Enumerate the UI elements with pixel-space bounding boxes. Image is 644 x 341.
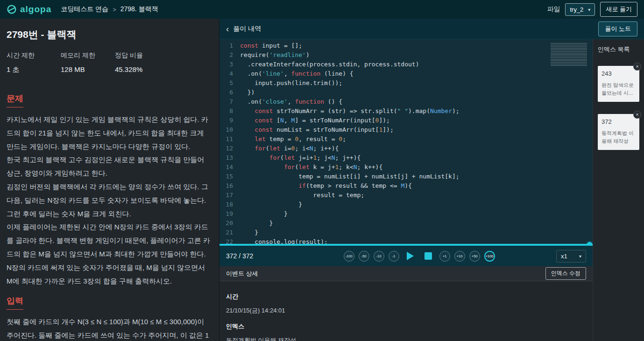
code-line: 21 }: [219, 228, 593, 237]
code-line: 7 .on('close', function () {: [219, 97, 593, 107]
line-number: 5: [219, 78, 240, 88]
line-number: 9: [219, 116, 240, 125]
code-text: let temp = 0, result = 0;: [240, 135, 346, 144]
problem-paragraph: 첫째 줄에 카드의 개수 N(3 ≤ N ≤ 100)과 M(10 ≤ M ≤ …: [7, 315, 212, 341]
scrubber-handle[interactable]: [587, 242, 592, 246]
problem-sections: 문제카지노에서 제일 인기 있는 게임 블랙잭의 규칙은 상당히 쉽다. 카드의…: [7, 85, 212, 341]
line-number: 2: [219, 50, 240, 60]
index-card-close-button[interactable]: ×: [633, 63, 641, 71]
skip-button-minus100[interactable]: -100: [344, 251, 354, 262]
minimap[interactable]: [551, 43, 587, 66]
code-text: }: [240, 200, 302, 209]
code-text: for(let i=0; i<N; i++){: [240, 144, 339, 153]
index-card-desc: 완전 탐색으로 풀었는데 시...: [602, 81, 636, 97]
code-line: 12 for(let i=0; i<N; i++){: [219, 144, 593, 153]
code-text: input.push(line.trim());: [240, 78, 342, 88]
playback-bar: 372 / 372 -100-50-10-1+1+10+50+100 x1 ▾: [219, 246, 593, 266]
event-fields: 시간21/10/15(금) 14:24:01인덱스동적계획법 이용해 재작성: [219, 281, 593, 341]
topbar-left: algopa 코딩테스트 연습 > 2798. 블랙잭: [7, 4, 158, 14]
line-number: 10: [219, 125, 240, 135]
solution-body: 1const input = [];2require('readline')3 …: [219, 39, 644, 341]
event-field-value: 동적계획법 이용해 재작성: [226, 336, 586, 341]
event-field-value: 21/10/15(금) 14:24:01: [226, 306, 586, 315]
code-line: 3 .createInterface(process.stdin, proces…: [219, 60, 593, 69]
breadcrumb-current: 2798. 블랙잭: [120, 5, 158, 14]
playback-scrubber[interactable]: [219, 244, 593, 246]
problem-stat: 정답 비율45.328%: [115, 51, 169, 74]
skip-button-plus100[interactable]: +100: [484, 251, 495, 262]
event-detail-title: 이벤트 상세: [226, 270, 258, 278]
code-text: }: [240, 228, 258, 237]
chevron-down-icon: ▾: [579, 254, 581, 259]
section-heading: 문제: [7, 93, 23, 107]
problem-paragraph: 한국 최고의 블랙잭 고수 김정인은 새로운 블랙잭 규칙을 만들어 상근, 창…: [7, 153, 212, 180]
skip-button-plus50[interactable]: +50: [469, 251, 480, 262]
line-number: 19: [219, 209, 240, 219]
section-heading: 입력: [7, 295, 23, 310]
line-number: 3: [219, 60, 240, 69]
solution-note-button[interactable]: 풀이 노트: [598, 21, 637, 36]
chevron-left-icon: ‹: [226, 24, 229, 33]
code-line: 10 const numList = strToNumArr(input[1])…: [219, 125, 593, 135]
stop-button[interactable]: [425, 252, 432, 260]
code-line: 4 .on('line', function (line) {: [219, 69, 593, 78]
index-card[interactable]: ×243완전 탐색으로 풀었는데 시...: [598, 66, 639, 102]
code-line: 6 }): [219, 88, 593, 97]
event-field-label: 시간: [226, 292, 586, 301]
code-line: 20 }: [219, 219, 593, 228]
stop-icon: [425, 252, 432, 260]
code-editor[interactable]: 1const input = [];2require('readline')3 …: [219, 39, 593, 246]
speed-select[interactable]: x1 ▾: [556, 250, 586, 263]
code-text: if(temp > result && temp <= M){: [240, 181, 412, 191]
line-number: 7: [219, 97, 240, 107]
code-line: 13 for(let j=i+1; j<N; j++){: [219, 153, 593, 163]
algopa-logo[interactable]: algopa: [7, 4, 51, 14]
line-number: 11: [219, 135, 240, 144]
code-text: const numList = strToNumArr(input[1]);: [240, 125, 394, 135]
line-number: 18: [219, 200, 240, 209]
code-text: temp = numList[i] + numList[j] + numList…: [240, 172, 460, 181]
line-number: 1: [219, 41, 240, 50]
main-body: 2798번 - 블랙잭 시간 제한1 초메모리 제한128 MB정답 비율45.…: [0, 19, 644, 341]
app: algopa 코딩테스트 연습 > 2798. 블랙잭 파일 try_2 ▾ 새…: [0, 0, 644, 341]
code-text: for(let k = j+1; k<N; k++){: [240, 163, 382, 172]
solution-header-title: 풀이 내역: [233, 25, 261, 33]
stat-label: 정답 비율: [115, 51, 169, 60]
code-text: result = temp;: [240, 191, 364, 200]
code-line: 5 input.push(line.trim());: [219, 78, 593, 88]
play-button[interactable]: [407, 252, 414, 260]
code-text: const strToNumArr = (str) => str.split("…: [240, 107, 460, 116]
topbar: algopa 코딩테스트 연습 > 2798. 블랙잭 파일 try_2 ▾ 새…: [0, 0, 644, 19]
problem-stats: 시간 제한1 초메모리 제한128 MB정답 비율45.328%: [7, 51, 212, 74]
stat-value: 45.328%: [115, 65, 169, 73]
line-number: 15: [219, 172, 240, 181]
playback-controls: -100-50-10-1+1+10+50+100: [282, 251, 556, 262]
code-text: }: [240, 219, 273, 228]
skip-button-minus50[interactable]: -50: [359, 251, 369, 262]
solution-panel: ‹ 풀이 내역 풀이 노트 1const input = [];2require…: [219, 19, 644, 341]
breadcrumb-section[interactable]: 코딩테스트 연습: [61, 5, 108, 14]
line-number: 13: [219, 153, 240, 163]
skip-button-minus1[interactable]: -1: [389, 251, 399, 262]
file-select[interactable]: try_2 ▾: [565, 3, 595, 16]
index-edit-button[interactable]: 인덱스 수정: [545, 267, 586, 280]
line-number: 12: [219, 144, 240, 153]
index-card-number: 372: [602, 118, 636, 125]
problem-paragraph: N장의 카드에 써져 있는 숫자가 주어졌을 때, M을 넘지 않으면서 M에 …: [7, 261, 212, 288]
line-number: 20: [219, 219, 240, 228]
skip-button-plus1[interactable]: +1: [439, 251, 450, 262]
back-button[interactable]: ‹ 풀이 내역: [226, 24, 261, 33]
new-solve-button[interactable]: 새로 풀기: [600, 2, 637, 17]
index-card-close-button[interactable]: ×: [633, 111, 641, 119]
problem-paragraph: 김정인 버전의 블랙잭에서 각 카드에는 양의 정수가 쓰여 있다. 그 다음,…: [7, 180, 212, 220]
index-card[interactable]: ×372동적계획법 이 용해 재작성: [598, 114, 639, 150]
chevron-down-icon: ▾: [588, 7, 590, 12]
code-line: 17 result = temp;: [219, 191, 593, 200]
index-card-number: 243: [602, 70, 636, 77]
skip-button-minus10[interactable]: -10: [374, 251, 384, 262]
problem-title: 2798번 - 블랙잭: [7, 28, 212, 41]
stat-value: 128 MB: [61, 65, 115, 73]
skip-button-plus10[interactable]: +10: [454, 251, 465, 262]
solution-header: ‹ 풀이 내역 풀이 노트: [219, 19, 644, 39]
code-line: 18 }: [219, 200, 593, 209]
